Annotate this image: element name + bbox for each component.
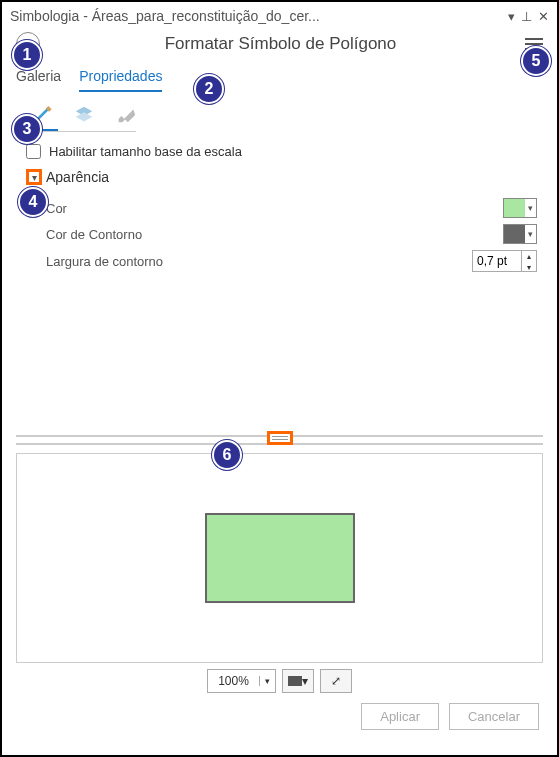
appearance-expander[interactable]: ▾ Aparência [26, 169, 537, 185]
outline-color-picker[interactable]: ▾ [503, 224, 537, 244]
appearance-label: Aparência [46, 169, 109, 185]
callout-6: 6 [212, 440, 242, 470]
preview-controls: 100% ▾ ▾ ⤢ [2, 669, 557, 693]
structure-tab-icon[interactable] [110, 103, 142, 131]
outline-width-input[interactable] [473, 251, 521, 271]
outline-color-swatch [504, 225, 525, 243]
scale-checkbox-row: Habilitar tamanho base da escala [26, 144, 537, 159]
splitter[interactable] [16, 435, 543, 445]
outline-width-row: Largura de contorno ▴ ▾ [26, 247, 537, 275]
splitter-grip-icon [267, 431, 293, 445]
pin-icon[interactable]: ⊥ [521, 9, 532, 24]
spinner-down-icon[interactable]: ▾ [522, 262, 536, 273]
close-icon[interactable]: ✕ [538, 9, 549, 24]
zoom-value: 100% [208, 674, 259, 688]
fill-color-swatch [504, 199, 525, 217]
fit-extent-button[interactable]: ⤢ [320, 669, 352, 693]
panel-title: Simbologia - Áreas_para_reconstituição_d… [10, 8, 508, 24]
callout-2: 2 [194, 74, 224, 104]
header: ← Formatar Símbolo de Polígono [2, 30, 557, 64]
preview-area [16, 453, 543, 663]
callout-3: 3 [12, 114, 42, 144]
callout-1: 1 [12, 40, 42, 70]
outline-width-label: Largura de contorno [46, 254, 472, 269]
tabs: Galeria Propriedades [2, 64, 557, 93]
color-row: Cor ▾ [26, 195, 537, 221]
dropdown-icon: ▾ [259, 676, 275, 686]
outline-width-stepper[interactable]: ▴ ▾ [472, 250, 537, 272]
layers-tab-icon[interactable] [68, 103, 100, 131]
spinner-up-icon[interactable]: ▴ [522, 251, 536, 262]
fill-color-picker[interactable]: ▾ [503, 198, 537, 218]
tab-properties[interactable]: Propriedades [79, 64, 162, 92]
callout-4: 4 [18, 187, 48, 217]
color-label: Cor [46, 201, 503, 216]
symbol-preview [205, 513, 355, 603]
subtabs [2, 93, 557, 131]
background-icon [288, 676, 302, 686]
dropdown-icon: ▾ [525, 229, 536, 239]
chevron-down-icon: ▾ [26, 169, 42, 185]
content: Habilitar tamanho base da escala ▾ Aparê… [2, 132, 557, 275]
page-title: Formatar Símbolo de Polígono [40, 34, 521, 54]
scale-checkbox-label: Habilitar tamanho base da escala [49, 144, 242, 159]
dropdown-icon: ▾ [525, 203, 536, 213]
dropdown-icon[interactable]: ▾ [508, 9, 515, 24]
fit-icon: ⤢ [331, 674, 341, 688]
titlebar: Simbologia - Áreas_para_reconstituição_d… [2, 2, 557, 30]
outline-color-label: Cor de Contorno [46, 227, 503, 242]
cancel-button[interactable]: Cancelar [449, 703, 539, 730]
zoom-select[interactable]: 100% ▾ [207, 669, 276, 693]
callout-5: 5 [521, 46, 551, 76]
scale-checkbox[interactable] [26, 144, 41, 159]
background-toggle-button[interactable]: ▾ [282, 669, 314, 693]
outline-color-row: Cor de Contorno ▾ [26, 221, 537, 247]
apply-button[interactable]: Aplicar [361, 703, 439, 730]
footer: Aplicar Cancelar [2, 699, 557, 742]
